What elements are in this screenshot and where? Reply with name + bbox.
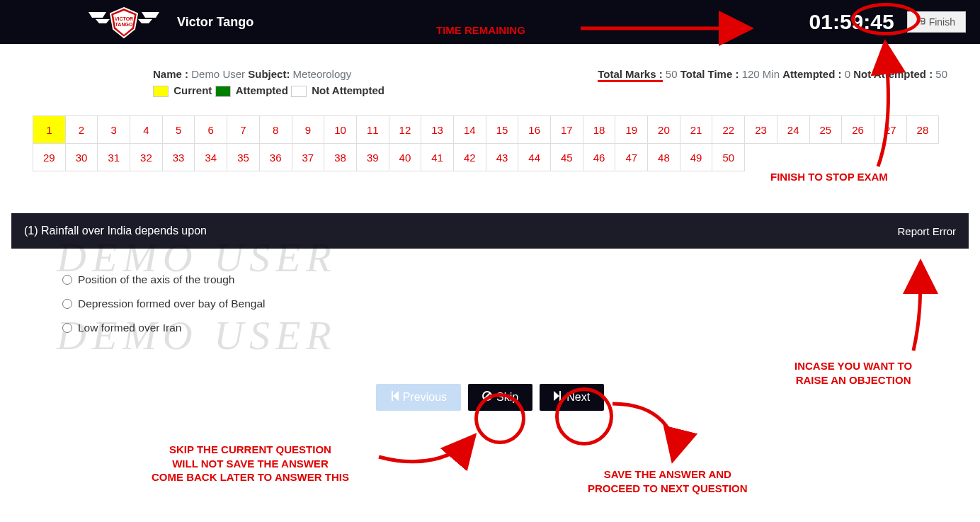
question-nav-cell[interactable]: 36 xyxy=(259,143,292,171)
question-nav-cell[interactable]: 43 xyxy=(486,143,519,171)
svg-text:VICTOR: VICTOR xyxy=(115,16,133,21)
subject-label: Subject: xyxy=(248,68,290,80)
answer-option[interactable]: Depression formed over bay of Bengal xyxy=(62,297,947,310)
question-nav-cell[interactable]: 13 xyxy=(421,115,454,144)
question-nav-cell[interactable]: 8 xyxy=(259,115,292,144)
timer-display: 01:59:45 xyxy=(809,10,894,34)
question-nav-cell[interactable]: 11 xyxy=(356,115,389,144)
annotation-time-remaining: TIME REMAINING xyxy=(436,23,525,38)
question-nav-cell[interactable]: 45 xyxy=(550,143,583,171)
finish-button[interactable]: Finish xyxy=(907,11,966,33)
svg-line-3 xyxy=(484,393,490,399)
question-nav-cell[interactable]: 26 xyxy=(841,115,874,144)
total-marks-value: 50 xyxy=(666,68,678,80)
question-nav-cell[interactable]: 48 xyxy=(647,143,680,171)
question-nav-cell[interactable]: 35 xyxy=(227,143,260,171)
question-nav-cell[interactable]: 31 xyxy=(97,143,130,171)
answer-option-text: Position of the axis of the trough xyxy=(78,273,234,286)
question-nav-cell[interactable]: 1 xyxy=(33,115,66,144)
subject-value: Meteorology xyxy=(293,68,352,80)
question-nav-cell[interactable]: 23 xyxy=(744,115,777,144)
nav-buttons-row: Previous Skip Next xyxy=(33,384,947,411)
legend-row: Current Attempted Not Attempted xyxy=(153,84,947,97)
question-nav-cell[interactable]: 27 xyxy=(874,115,907,144)
question-nav-cell[interactable]: 14 xyxy=(453,115,486,144)
question-nav-cell[interactable]: 47 xyxy=(615,143,648,171)
next-button[interactable]: Next xyxy=(540,384,604,411)
question-nav-cell[interactable]: 46 xyxy=(583,143,616,171)
question-nav-cell[interactable]: 40 xyxy=(389,143,422,171)
skip-button-label: Skip xyxy=(496,391,518,404)
question-nav-cell[interactable]: 10 xyxy=(324,115,357,144)
skip-icon xyxy=(482,391,492,404)
answer-radio[interactable] xyxy=(62,323,72,333)
question-nav-cell[interactable]: 19 xyxy=(615,115,648,144)
attempted-label: Attempted : xyxy=(782,68,841,80)
question-nav-cell[interactable]: 24 xyxy=(777,115,810,144)
question-header: (1) Rainfall over India depends upon Rep… xyxy=(11,213,969,249)
question-nav-cell[interactable]: 28 xyxy=(906,115,940,144)
question-number: (1) xyxy=(24,225,38,237)
not-attempted-label: Not Attempted : xyxy=(853,68,933,80)
question-nav-cell[interactable]: 30 xyxy=(65,143,98,171)
logout-icon xyxy=(918,16,926,28)
question-nav-cell[interactable]: 7 xyxy=(227,115,260,144)
finish-button-label: Finish xyxy=(929,16,955,28)
question-nav-cell[interactable]: 49 xyxy=(680,143,713,171)
question-nav-cell[interactable]: 3 xyxy=(97,115,130,144)
annotation-skip: SKIP THE CURRENT QUESTION WILL NOT SAVE … xyxy=(152,443,349,484)
question-nav-cell[interactable]: 16 xyxy=(518,115,551,144)
next-icon xyxy=(554,391,562,404)
report-error-link[interactable]: Report Error xyxy=(897,225,956,237)
question-nav-cell[interactable]: 39 xyxy=(356,143,389,171)
legend-attempted-box xyxy=(215,86,231,97)
question-nav-cell[interactable]: 18 xyxy=(583,115,616,144)
brand-title: Victor Tango xyxy=(177,15,253,30)
question-nav-cell[interactable]: 12 xyxy=(389,115,422,144)
svg-text:TANGO: TANGO xyxy=(115,22,133,27)
question-nav-cell[interactable]: 20 xyxy=(647,115,680,144)
question-nav-cell[interactable]: 34 xyxy=(194,143,227,171)
question-nav-cell[interactable]: 2 xyxy=(65,115,98,144)
previous-button[interactable]: Previous xyxy=(376,384,461,411)
question-nav-cell[interactable]: 6 xyxy=(194,115,227,144)
legend-not-attempted-label: Not Attempted xyxy=(312,84,384,96)
annotation-objection: INCASE YOU WANT TO RAISE AN OBJECTION xyxy=(794,359,912,387)
question-nav-cell[interactable]: 5 xyxy=(162,115,195,144)
total-marks-label: Total Marks : xyxy=(598,68,662,82)
question-nav-cell[interactable]: 9 xyxy=(292,115,325,144)
answer-radio[interactable] xyxy=(62,275,72,285)
question-nav-cell[interactable]: 25 xyxy=(809,115,843,144)
question-nav-cell[interactable]: 17 xyxy=(550,115,583,144)
question-nav-cell[interactable]: 38 xyxy=(324,143,357,171)
total-time-label: Total Time : xyxy=(680,68,739,80)
question-nav-cell[interactable]: 21 xyxy=(680,115,713,144)
brand-logo: VICTOR TANGO xyxy=(85,4,163,40)
answer-option[interactable]: Low formed over Iran xyxy=(62,322,947,334)
legend-attempted-label: Attempted xyxy=(236,84,288,96)
legend-not-attempted-box xyxy=(291,86,307,97)
answer-radio[interactable] xyxy=(62,299,72,309)
question-nav-cell[interactable]: 32 xyxy=(130,143,163,171)
answer-option-text: Depression formed over bay of Bengal xyxy=(78,297,266,310)
skip-button[interactable]: Skip xyxy=(468,384,532,411)
question-nav-cell[interactable]: 50 xyxy=(712,143,745,171)
name-label: Name : xyxy=(153,68,188,80)
question-nav-cell[interactable]: 41 xyxy=(421,143,454,171)
annotation-next: SAVE THE ANSWER AND PROCEED TO NEXT QUES… xyxy=(588,467,748,495)
question-nav-cell[interactable]: 42 xyxy=(453,143,486,171)
annotation-finish: FINISH TO STOP EXAM xyxy=(770,170,888,184)
question-nav-cell[interactable]: 29 xyxy=(33,143,66,171)
answer-option[interactable]: Position of the axis of the trough xyxy=(62,273,947,286)
question-nav-cell[interactable]: 44 xyxy=(518,143,551,171)
next-button-label: Next xyxy=(566,391,590,404)
previous-icon xyxy=(390,391,399,404)
answer-options: Position of the axis of the troughDepres… xyxy=(62,273,947,334)
question-nav-cell[interactable]: 37 xyxy=(292,143,325,171)
question-nav-cell[interactable]: 4 xyxy=(130,115,163,144)
question-nav-cell[interactable]: 33 xyxy=(162,143,195,171)
question-nav-cell[interactable]: 15 xyxy=(486,115,519,144)
name-value: Demo User xyxy=(191,68,245,80)
answer-option-text: Low formed over Iran xyxy=(78,322,181,334)
question-nav-cell[interactable]: 22 xyxy=(712,115,745,144)
